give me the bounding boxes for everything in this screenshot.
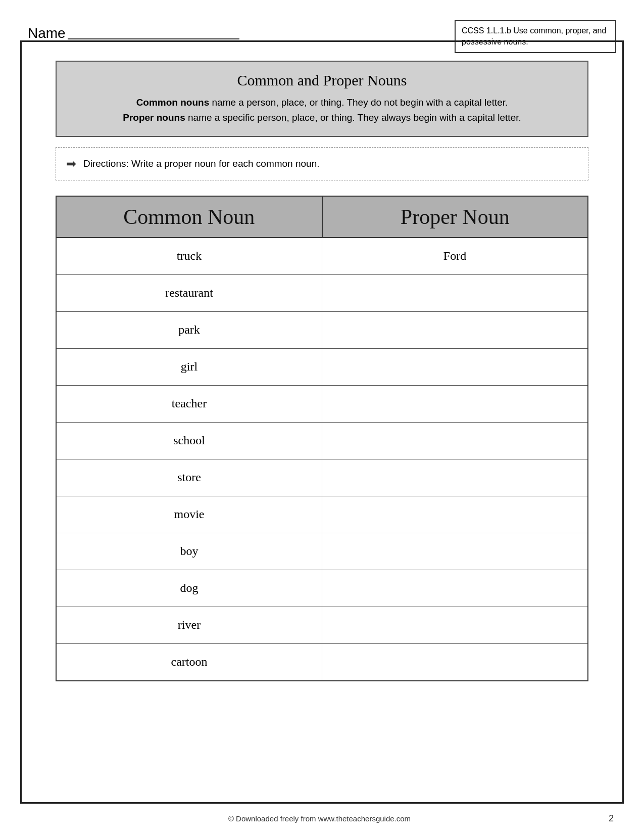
border-left bbox=[20, 40, 22, 804]
common-noun-cell-4: teacher bbox=[57, 386, 322, 422]
table-row: restaurant bbox=[57, 275, 587, 312]
info-box-proper-def: Proper nouns name a specific person, pla… bbox=[77, 110, 567, 125]
table-body: truckFordrestaurantparkgirlteacherschool… bbox=[56, 237, 588, 681]
common-noun-cell-10: river bbox=[57, 607, 322, 643]
page-header: Name CCSS 1.L.1.b Use common, proper, an… bbox=[28, 20, 616, 53]
name-label: Name bbox=[28, 20, 239, 41]
proper-noun-def-text: name a specific person, place, or thing.… bbox=[185, 112, 521, 123]
proper-noun-cell-2[interactable] bbox=[322, 312, 587, 348]
proper-noun-bold: Proper nouns bbox=[123, 112, 185, 123]
table-row: girl bbox=[57, 349, 587, 386]
proper-noun-cell-10[interactable] bbox=[322, 607, 587, 643]
page-footer: © Downloaded freely from www.theteachers… bbox=[20, 813, 624, 824]
common-noun-cell-3: girl bbox=[57, 349, 322, 385]
table-row: truckFord bbox=[57, 238, 587, 275]
directions-text: Directions: Write a proper noun for each… bbox=[83, 158, 320, 169]
proper-noun-cell-9[interactable] bbox=[322, 570, 587, 607]
arrow-icon: ➡ bbox=[66, 157, 76, 171]
footer-page-number: 2 bbox=[609, 813, 614, 824]
table-row: teacher bbox=[57, 386, 587, 423]
table-row: boy bbox=[57, 533, 587, 570]
border-top bbox=[20, 40, 624, 42]
table-header: Common Noun Proper Noun bbox=[56, 196, 588, 237]
proper-noun-cell-11[interactable] bbox=[322, 644, 587, 680]
common-noun-def-text: name a person, place, or thing. They do … bbox=[209, 97, 508, 108]
border-right bbox=[622, 40, 624, 804]
proper-noun-cell-1[interactable] bbox=[322, 275, 587, 311]
common-noun-cell-1: restaurant bbox=[57, 275, 322, 311]
standards-text: CCSS 1.L.1.b Use common, proper, and pos… bbox=[462, 26, 606, 46]
table-row: store bbox=[57, 459, 587, 496]
common-noun-cell-5: school bbox=[57, 423, 322, 459]
info-box-common-def: Common nouns name a person, place, or th… bbox=[77, 95, 567, 110]
header-common-noun: Common Noun bbox=[57, 197, 323, 237]
table-row: movie bbox=[57, 496, 587, 533]
proper-noun-cell-5[interactable] bbox=[322, 423, 587, 459]
standards-box: CCSS 1.L.1.b Use common, proper, and pos… bbox=[455, 20, 616, 53]
common-noun-cell-0: truck bbox=[57, 238, 322, 274]
proper-noun-cell-3[interactable] bbox=[322, 349, 587, 385]
table-row: park bbox=[57, 312, 587, 349]
proper-noun-cell-0[interactable]: Ford bbox=[322, 238, 587, 274]
name-underline[interactable] bbox=[68, 38, 239, 39]
table-row: school bbox=[57, 423, 587, 459]
info-box: Common and Proper Nouns Common nouns nam… bbox=[56, 61, 588, 137]
proper-noun-cell-4[interactable] bbox=[322, 386, 587, 422]
proper-noun-cell-8[interactable] bbox=[322, 533, 587, 570]
table-row: river bbox=[57, 607, 587, 644]
common-noun-cell-2: park bbox=[57, 312, 322, 348]
proper-noun-cell-7[interactable] bbox=[322, 496, 587, 533]
page: Name CCSS 1.L.1.b Use common, proper, an… bbox=[0, 0, 644, 834]
common-noun-bold: Common nouns bbox=[136, 97, 210, 108]
common-noun-cell-7: movie bbox=[57, 496, 322, 533]
directions-box: ➡ Directions: Write a proper noun for ea… bbox=[56, 147, 588, 180]
common-noun-cell-6: store bbox=[57, 459, 322, 496]
info-box-title: Common and Proper Nouns bbox=[77, 72, 567, 89]
header-proper-noun: Proper Noun bbox=[323, 197, 588, 237]
proper-noun-cell-6[interactable] bbox=[322, 459, 587, 496]
border-bottom bbox=[20, 802, 624, 804]
common-noun-cell-11: cartoon bbox=[57, 644, 322, 680]
table-row: dog bbox=[57, 570, 587, 607]
common-noun-cell-9: dog bbox=[57, 570, 322, 607]
footer-copyright: © Downloaded freely from www.theteachers… bbox=[30, 814, 609, 823]
noun-table: Common Noun Proper Noun truckFordrestaur… bbox=[56, 196, 588, 681]
common-noun-cell-8: boy bbox=[57, 533, 322, 570]
table-row: cartoon bbox=[57, 644, 587, 680]
